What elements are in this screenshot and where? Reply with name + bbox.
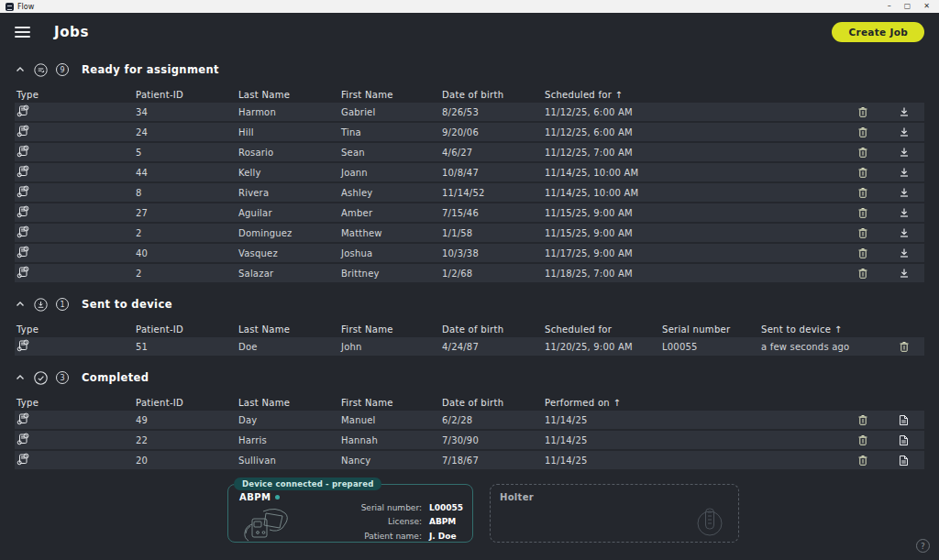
column-header[interactable]: Sent to device ↑ xyxy=(761,324,883,335)
column-header[interactable]: Patient-ID xyxy=(136,324,238,335)
download-button[interactable] xyxy=(883,106,924,117)
table-row[interactable]: 22HarrisHannah7/30/9011/14/25 xyxy=(15,431,924,449)
column-header[interactable]: Patient-ID xyxy=(136,90,238,100)
delete-button[interactable] xyxy=(842,106,883,118)
table-row[interactable]: 2DominguezMatthew1/1/5811/15/25, 9:00 AM xyxy=(15,224,924,242)
delete-button[interactable] xyxy=(842,147,883,159)
column-header[interactable]: Scheduled for ↑ xyxy=(545,90,842,100)
completed-icon xyxy=(34,371,48,385)
delete-button[interactable] xyxy=(842,455,883,467)
delete-button[interactable] xyxy=(842,126,883,138)
table-cell: 11/15/25, 9:00 AM xyxy=(545,228,842,238)
abpm-card-title: ABPM xyxy=(239,492,463,502)
jobs-content: 9 Ready for assignment TypePatient-IDLas… xyxy=(0,61,939,543)
column-header[interactable]: Patient-ID xyxy=(136,398,238,408)
table-cell: Day xyxy=(238,415,341,425)
ready-for-assignment-icon xyxy=(34,63,48,77)
collapse-chevron-icon[interactable] xyxy=(15,372,26,383)
collapse-chevron-icon[interactable] xyxy=(15,64,26,75)
table-row[interactable]: 27AguilarAmber7/15/4611/15/25, 9:00 AM xyxy=(15,203,924,222)
table-cell: 4/6/27 xyxy=(442,148,545,158)
maximize-icon[interactable]: ▢ xyxy=(904,0,911,13)
connected-dot-icon xyxy=(275,495,280,500)
table-row[interactable]: 49DayManuel6/2/2811/14/25 xyxy=(15,411,924,429)
table-row[interactable]: 40VasquezJoshua10/3/3811/17/25, 9:00 AM xyxy=(15,244,924,262)
section-title: Completed xyxy=(82,371,149,384)
close-icon[interactable]: ✕ xyxy=(923,0,930,13)
table-cell: Aguilar xyxy=(238,208,341,218)
table-cell: 11/12/25, 6:00 AM xyxy=(545,107,842,117)
delete-button[interactable] xyxy=(842,268,883,280)
column-header[interactable]: Last Name xyxy=(238,90,341,100)
delete-button[interactable] xyxy=(842,414,883,426)
column-header[interactable]: Last Name xyxy=(238,398,341,408)
table-cell: John xyxy=(341,342,442,352)
table-cell: 9/20/06 xyxy=(442,127,545,137)
download-button[interactable] xyxy=(883,227,924,238)
collapse-chevron-icon[interactable] xyxy=(15,299,26,310)
field-label: Patient name: xyxy=(361,532,422,543)
download-button[interactable] xyxy=(883,187,924,198)
holter-device-card[interactable]: Holter xyxy=(490,484,739,543)
table-cell: 5 xyxy=(136,148,238,158)
table-cell: Dominguez xyxy=(238,228,341,238)
create-job-button[interactable]: Create Job xyxy=(832,22,924,42)
delete-button[interactable] xyxy=(842,434,883,446)
column-header[interactable]: First Name xyxy=(341,324,442,335)
column-header[interactable]: Performed on ↑ xyxy=(545,398,842,408)
delete-button[interactable] xyxy=(842,247,883,259)
table-cell: 7/18/67 xyxy=(442,456,545,466)
column-header[interactable]: Last Name xyxy=(238,324,341,335)
job-type-icon xyxy=(15,104,136,119)
report-button[interactable] xyxy=(883,414,924,426)
column-header[interactable]: Date of birth xyxy=(442,324,545,335)
menu-icon[interactable] xyxy=(15,27,30,38)
table-row[interactable]: 51DoeJohn4/24/8711/20/25, 9:00 AML00055a… xyxy=(15,337,924,356)
abpm-device-illustration xyxy=(241,504,294,543)
column-header[interactable]: Type xyxy=(15,398,136,408)
download-button[interactable] xyxy=(883,147,924,158)
table-row[interactable]: 5RosarioSean4/6/2711/12/25, 7:00 AM xyxy=(15,143,924,161)
report-button[interactable] xyxy=(883,455,924,467)
table-row[interactable]: 2SalazarBrittney1/2/6811/18/25, 7:00 AM xyxy=(15,264,924,282)
download-button[interactable] xyxy=(883,247,924,258)
table-cell: Brittney xyxy=(341,269,442,279)
table-row[interactable]: 20SullivanNancy7/18/6711/14/25 xyxy=(15,451,924,469)
table-row[interactable]: 34HarmonGabriel8/26/5311/12/25, 6:00 AM xyxy=(15,103,924,121)
abpm-device-card[interactable]: Device connected - prepared ABPM Serial … xyxy=(227,484,473,543)
table-row[interactable]: 44KellyJoann10/8/4711/14/25, 10:00 AM xyxy=(15,163,924,181)
column-header[interactable]: Date of birth xyxy=(442,90,545,100)
delete-button[interactable] xyxy=(883,341,924,353)
column-header[interactable]: Type xyxy=(15,90,136,100)
column-header[interactable]: Serial number xyxy=(662,324,761,335)
report-button[interactable] xyxy=(883,434,924,446)
table-row[interactable]: 24HillTina9/20/0611/12/25, 6:00 AM xyxy=(15,123,924,141)
minimize-icon[interactable]: – xyxy=(888,0,891,13)
table-cell: Rivera xyxy=(238,188,341,198)
table-cell: 11/15/25, 9:00 AM xyxy=(545,208,842,218)
table-cell: 11/14/25 xyxy=(545,435,842,445)
table-cell: 24 xyxy=(136,127,238,137)
delete-button[interactable] xyxy=(842,207,883,219)
table-row[interactable]: 8RiveraAshley11/14/5211/14/25, 10:00 AM xyxy=(15,183,924,202)
table-cell: Joshua xyxy=(341,248,442,258)
column-header[interactable]: First Name xyxy=(341,90,442,100)
column-header[interactable]: First Name xyxy=(341,398,442,408)
column-header[interactable]: Date of birth xyxy=(442,398,545,408)
download-button[interactable] xyxy=(883,207,924,218)
app-header: Jobs Create Job xyxy=(0,13,939,48)
table-cell: 8 xyxy=(136,188,238,198)
delete-button[interactable] xyxy=(842,187,883,199)
table-header-row: TypePatient-IDLast NameFirst NameDate of… xyxy=(15,321,924,337)
column-header[interactable]: Scheduled for xyxy=(545,324,662,335)
delete-button[interactable] xyxy=(842,227,883,239)
table-cell: 51 xyxy=(136,342,238,352)
column-header[interactable]: Type xyxy=(15,324,136,335)
job-type-icon xyxy=(15,205,136,220)
table-cell: 11/14/52 xyxy=(442,188,545,198)
download-button[interactable] xyxy=(883,126,924,137)
download-button[interactable] xyxy=(883,268,924,279)
delete-button[interactable] xyxy=(842,167,883,179)
download-button[interactable] xyxy=(883,167,924,178)
help-icon[interactable]: ? xyxy=(916,539,930,553)
